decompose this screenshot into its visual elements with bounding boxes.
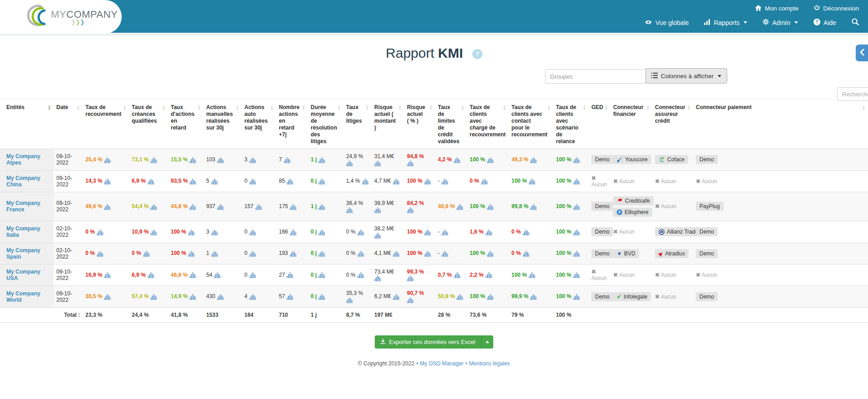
sort-icon[interactable]: ▲▼ — [583, 105, 586, 110]
mini-chart-icon[interactable] — [189, 294, 196, 300]
mini-chart-icon[interactable] — [150, 229, 157, 235]
mini-chart-icon[interactable] — [424, 250, 431, 257]
entity-link[interactable]: My Company Alpes — [6, 153, 40, 166]
nav-search[interactable] — [852, 18, 859, 27]
mini-chart-icon[interactable] — [573, 178, 580, 185]
mini-chart-icon[interactable] — [393, 294, 400, 300]
sort-icon[interactable]: ▲▼ — [398, 105, 402, 110]
mini-chart-icon[interactable] — [150, 294, 157, 300]
column-header-taux-de-cr-ances-qualifi-es[interactable]: ▲▼Taux de créances qualifiées — [129, 100, 168, 149]
nav-deconnexion[interactable]: Déconnexion — [814, 5, 859, 12]
mini-chart-icon[interactable] — [143, 250, 150, 257]
mini-chart-icon[interactable] — [487, 294, 494, 300]
column-header-ged[interactable]: ▲▼GED — [589, 100, 610, 149]
sort-icon[interactable]: ▲▼ — [302, 105, 305, 110]
mini-chart-icon[interactable] — [530, 204, 537, 210]
mini-chart-icon[interactable] — [287, 178, 293, 185]
sort-icon[interactable]: ▲▼ — [862, 105, 865, 110]
mini-chart-icon[interactable] — [217, 204, 224, 210]
collapse-panel-tab[interactable] — [856, 45, 868, 61]
mini-chart-icon[interactable] — [454, 272, 461, 278]
column-header-connecteur-assureur-cr-dit[interactable]: ▲▼Connecteur assureur crédit — [652, 100, 693, 149]
columns-to-display-button[interactable]: Colonnes à afficher — [645, 68, 727, 84]
sort-icon[interactable]: ▲▼ — [337, 105, 341, 110]
column-header-taux-de-clients-avec-contact-pour-le-recouvrement[interactable]: ▲▼Taux de clients avec contact pour le r… — [509, 100, 553, 149]
sort-icon[interactable]: ▲▼ — [429, 105, 432, 110]
sort-active-icon[interactable]: ▲▼ — [48, 105, 51, 110]
mini-chart-icon[interactable] — [217, 294, 224, 300]
mini-chart-icon[interactable] — [318, 178, 325, 185]
mini-chart-icon[interactable] — [530, 157, 537, 163]
nav-admin[interactable]: Admin — [763, 19, 798, 26]
mini-chart-icon[interactable] — [211, 229, 218, 235]
table-search-input[interactable] — [837, 87, 868, 101]
groupes-input[interactable] — [545, 69, 646, 84]
mentions-legales-link[interactable]: Mentions légales — [469, 360, 510, 367]
mini-chart-icon[interactable] — [318, 294, 325, 300]
mini-chart-icon[interactable] — [97, 250, 104, 257]
entity-link[interactable]: My Company Italia — [6, 225, 40, 238]
column-header-risque-actuel[interactable]: ▲▼Risque actuel ( % ) — [404, 100, 435, 149]
mini-chart-icon[interactable] — [189, 272, 196, 278]
mini-chart-icon[interactable] — [104, 272, 111, 278]
sort-icon[interactable]: ▲▼ — [236, 105, 239, 110]
my-dso-manager-link[interactable]: My DSO Manager — [420, 360, 464, 367]
mini-chart-icon[interactable] — [529, 178, 536, 185]
sort-icon[interactable]: ▲▼ — [198, 105, 201, 110]
mini-chart-icon[interactable] — [318, 229, 325, 235]
mini-chart-icon[interactable] — [290, 250, 297, 257]
mini-chart-icon[interactable] — [148, 178, 154, 185]
sort-icon[interactable]: ▲▼ — [162, 105, 165, 110]
column-header-connecteur-paiement[interactable]: ▲▼Connecteur paiement — [693, 100, 868, 149]
entity-link[interactable]: My Company France — [6, 200, 40, 213]
mini-chart-icon[interactable] — [486, 229, 492, 235]
mini-chart-icon[interactable] — [287, 272, 293, 278]
mini-chart-icon[interactable] — [217, 157, 224, 163]
mini-chart-icon[interactable] — [346, 160, 353, 166]
column-header-dur-e-moyenne-de-r-solution-des-litiges[interactable]: ▲▼Durée moyenne de résolution des litige… — [308, 100, 343, 149]
mini-chart-icon[interactable] — [357, 272, 364, 278]
mini-chart-icon[interactable] — [318, 250, 325, 257]
column-header-taux-de-limites-de-cr-dit-valid-es[interactable]: ▲▼Taux de limites de crédit validées — [435, 100, 467, 149]
mini-chart-icon[interactable] — [523, 229, 530, 235]
mini-chart-icon[interactable] — [456, 294, 463, 300]
mini-chart-icon[interactable] — [148, 272, 154, 278]
column-header-actions-manuelles-r-alis-es-sur-30j[interactable]: ▲▼Actions manuelles réalisées sur 30j — [203, 100, 242, 149]
mini-chart-icon[interactable] — [150, 157, 157, 163]
mini-chart-icon[interactable] — [318, 157, 325, 163]
mini-chart-icon[interactable] — [407, 297, 414, 303]
column-header-date[interactable]: ▲▼Date — [54, 100, 83, 149]
mini-chart-icon[interactable] — [454, 157, 461, 163]
column-header-entit-s[interactable]: ▲▼Entités — [0, 100, 54, 149]
column-header-taux-de-litiges[interactable]: ▲▼Taux de litiges — [343, 100, 372, 149]
mini-chart-icon[interactable] — [249, 272, 256, 278]
mini-chart-icon[interactable] — [287, 294, 293, 300]
mini-chart-icon[interactable] — [441, 250, 448, 257]
sort-icon[interactable]: ▲▼ — [123, 105, 126, 110]
company-logo[interactable]: MYCOMPANY ❭❭❭ — [0, 0, 122, 34]
mini-chart-icon[interactable] — [374, 160, 381, 166]
column-header-taux-de-recouvrement[interactable]: ▲▼Taux de recouvrement — [83, 100, 129, 149]
mini-chart-icon[interactable] — [255, 204, 262, 210]
mini-chart-icon[interactable] — [189, 157, 196, 163]
mini-chart-icon[interactable] — [318, 204, 325, 210]
sort-icon[interactable]: ▲▼ — [461, 105, 464, 110]
mini-chart-icon[interactable] — [407, 275, 414, 281]
mini-chart-icon[interactable] — [374, 275, 381, 281]
mini-chart-icon[interactable] — [104, 204, 111, 210]
sort-icon[interactable]: ▲▼ — [605, 105, 608, 110]
mini-chart-icon[interactable] — [407, 207, 414, 213]
mini-chart-icon[interactable] — [487, 250, 494, 257]
mini-chart-icon[interactable] — [97, 229, 104, 235]
mini-chart-icon[interactable] — [573, 250, 580, 257]
column-header-connecteur-financier[interactable]: ▲▼Connecteur financier — [610, 100, 652, 149]
mini-chart-icon[interactable] — [486, 272, 492, 278]
mini-chart-icon[interactable] — [407, 160, 414, 166]
sort-icon[interactable]: ▲▼ — [270, 105, 273, 110]
mini-chart-icon[interactable] — [249, 157, 256, 163]
mini-chart-icon[interactable] — [346, 207, 353, 213]
mini-chart-icon[interactable] — [523, 250, 530, 257]
mini-chart-icon[interactable] — [529, 272, 536, 278]
mini-chart-icon[interactable] — [573, 229, 580, 235]
mini-chart-icon[interactable] — [104, 294, 111, 300]
